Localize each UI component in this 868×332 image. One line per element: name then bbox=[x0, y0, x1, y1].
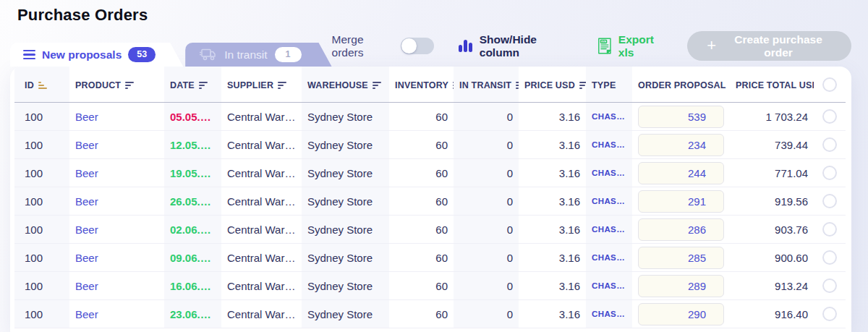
cell-price_total_usd: 903.76 bbox=[730, 216, 814, 244]
column-label: SUPPLIER bbox=[227, 80, 273, 90]
product-link[interactable]: Beer bbox=[75, 308, 98, 320]
filter-icon bbox=[453, 82, 454, 89]
order-proposal-input[interactable] bbox=[638, 275, 724, 297]
cell-price_usd: 3.16 bbox=[519, 244, 586, 272]
column-header-warehouse[interactable]: WAREHOUSE bbox=[302, 67, 389, 103]
cell-supplier: Central Wareho… bbox=[221, 159, 302, 187]
cell-product: Beer bbox=[69, 272, 164, 300]
cell-order_proposal bbox=[632, 159, 730, 187]
table-row: 100Beer02.06.2022Central Wareho…Sydney S… bbox=[14, 216, 846, 244]
cell-product: Beer bbox=[69, 159, 164, 187]
table-row: 100Beer16.06.2022Central Wareho…Sydney S… bbox=[14, 272, 846, 300]
cell-product: Beer bbox=[69, 216, 164, 244]
order-proposal-input[interactable] bbox=[638, 190, 724, 213]
column-label: TYPE bbox=[592, 80, 616, 90]
order-proposal-input[interactable] bbox=[638, 247, 724, 269]
cell-inventory: 60 bbox=[389, 272, 454, 300]
tab-in-transit[interactable]: In transit 1 bbox=[185, 43, 331, 67]
bar-chart-icon bbox=[459, 40, 472, 52]
cell-inventory: 60 bbox=[389, 103, 454, 131]
filter-icon bbox=[579, 82, 586, 89]
column-label: INVENTORY bbox=[395, 80, 448, 90]
cell-date: 16.06.2022 bbox=[164, 272, 221, 300]
cell-type: CHASERS bbox=[586, 300, 632, 328]
svg-text:xls.: xls. bbox=[602, 41, 606, 43]
cell-price_usd: 3.16 bbox=[519, 103, 586, 131]
show-hide-column-button[interactable]: Show/Hide column bbox=[459, 33, 569, 59]
cell-price_total_usd: 913.24 bbox=[730, 272, 814, 300]
tab-new-proposals[interactable]: New proposals 53 bbox=[10, 43, 183, 67]
cell-order_proposal bbox=[632, 187, 730, 216]
row-select-checkbox[interactable] bbox=[822, 137, 837, 152]
product-link[interactable]: Beer bbox=[75, 224, 98, 236]
row-select-checkbox[interactable] bbox=[822, 278, 837, 293]
cell-warehouse: Sydney Store bbox=[302, 300, 389, 328]
product-link[interactable]: Beer bbox=[75, 252, 98, 264]
toolbar-controls: Merge orders Show/Hide column xls. Expor… bbox=[332, 31, 851, 61]
cell-type: CHASERS bbox=[586, 244, 632, 272]
cell-inventory: 60 bbox=[389, 159, 454, 187]
create-purchase-order-label: Create purchase order bbox=[725, 33, 832, 59]
cell-supplier: Central Wareho… bbox=[221, 244, 302, 272]
row-select-checkbox[interactable] bbox=[822, 194, 837, 208]
row-select-checkbox[interactable] bbox=[822, 250, 837, 265]
column-header-order_proposal[interactable]: ORDER PROPOSAL bbox=[632, 67, 730, 103]
cell-inventory: 60 bbox=[389, 244, 454, 272]
cell-select bbox=[814, 187, 846, 216]
cell-price_total_usd: 771.04 bbox=[730, 159, 814, 187]
row-select-checkbox[interactable] bbox=[822, 109, 837, 124]
order-proposal-input[interactable] bbox=[638, 134, 724, 156]
cell-order_proposal bbox=[632, 131, 730, 159]
order-proposal-input[interactable] bbox=[638, 303, 724, 325]
row-select-checkbox[interactable] bbox=[822, 166, 837, 180]
cell-product: Beer bbox=[69, 131, 164, 159]
page-title: Purchase Orders bbox=[17, 6, 868, 25]
select-all-checkbox[interactable] bbox=[822, 77, 837, 92]
truck-icon bbox=[200, 48, 217, 61]
product-link[interactable]: Beer bbox=[75, 167, 98, 179]
in-transit-count-badge: 1 bbox=[275, 47, 302, 62]
column-label: PRICE USD bbox=[524, 80, 575, 90]
column-header-inventory[interactable]: INVENTORY bbox=[389, 67, 454, 103]
column-header-price_total_usd[interactable]: PRICE TOTAL USD bbox=[730, 67, 814, 103]
product-link[interactable]: Beer bbox=[75, 280, 98, 292]
cell-type: CHASERS bbox=[586, 187, 632, 216]
column-header-date[interactable]: DATE bbox=[164, 67, 221, 103]
cell-select bbox=[814, 272, 846, 300]
cell-supplier: Central Wareho… bbox=[221, 272, 302, 300]
create-purchase-order-button[interactable]: + Create purchase order bbox=[687, 31, 851, 61]
column-header-type[interactable]: TYPE bbox=[586, 67, 632, 103]
column-header-id[interactable]: ID bbox=[14, 67, 69, 103]
column-header-product[interactable]: PRODUCT bbox=[69, 67, 164, 103]
column-label: DATE bbox=[170, 80, 195, 90]
order-proposal-input[interactable] bbox=[638, 106, 724, 128]
merge-orders-toggle[interactable] bbox=[401, 38, 434, 54]
cell-price_usd: 3.16 bbox=[519, 300, 586, 328]
row-select-checkbox[interactable] bbox=[822, 307, 837, 321]
cell-price_total_usd: 900.60 bbox=[730, 244, 814, 272]
order-proposal-input[interactable] bbox=[638, 218, 724, 241]
cell-date: 23.06.2022 bbox=[164, 300, 221, 328]
product-link[interactable]: Beer bbox=[75, 195, 98, 208]
column-header-supplier[interactable]: SUPPLIER bbox=[221, 67, 302, 103]
column-header-price_usd[interactable]: PRICE USD bbox=[519, 67, 586, 103]
tabs: New proposals 53 In transit 1 bbox=[10, 43, 332, 67]
cell-type: CHASERS bbox=[586, 131, 632, 159]
cell-price_usd: 3.16 bbox=[519, 131, 586, 159]
order-proposal-input[interactable] bbox=[638, 162, 724, 184]
cell-price_usd: 3.16 bbox=[519, 272, 586, 300]
cell-order_proposal bbox=[632, 216, 730, 244]
row-select-checkbox[interactable] bbox=[822, 222, 837, 237]
export-xls-button[interactable]: xls. Export xls bbox=[597, 33, 667, 59]
cell-date: 05.05.2022 bbox=[164, 103, 221, 131]
cell-supplier: Central Wareho… bbox=[221, 187, 302, 216]
product-link[interactable]: Beer bbox=[75, 111, 98, 123]
cell-select bbox=[814, 216, 846, 244]
cell-product: Beer bbox=[69, 244, 164, 272]
cell-price_total_usd: 919.56 bbox=[730, 187, 814, 216]
column-header-in_transit[interactable]: IN TRANSIT bbox=[454, 67, 519, 103]
cell-select bbox=[814, 300, 846, 328]
sort-ascending-icon bbox=[38, 82, 47, 89]
product-link[interactable]: Beer bbox=[75, 139, 98, 151]
cell-type: CHASERS bbox=[586, 272, 632, 300]
